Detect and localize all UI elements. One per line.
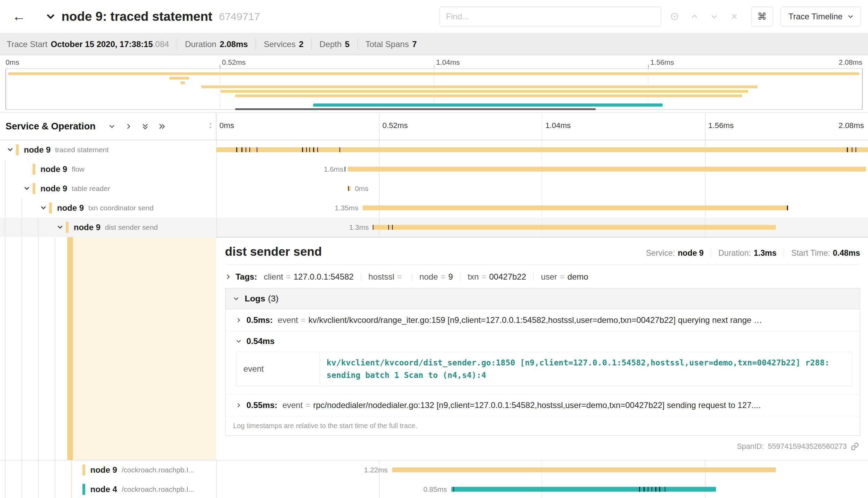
- tag-item: node=9: [419, 272, 453, 282]
- span-row[interactable]: node 9dist sender send1.3ms: [0, 218, 868, 237]
- indent-guide: [5, 218, 6, 237]
- tag-item: hostssl=: [369, 272, 405, 282]
- span-bar[interactable]: [363, 206, 788, 210]
- timeline-gridline: [379, 113, 380, 140]
- minimap-canvas[interactable]: [6, 69, 862, 109]
- span-row-label: node 9flow: [0, 160, 216, 179]
- span-row[interactable]: node 9table reader0ms: [0, 179, 868, 198]
- minimap-span-bar: [180, 81, 185, 84]
- link-icon: [851, 442, 859, 451]
- span-row[interactable]: node 9traced statement: [0, 140, 868, 160]
- span-toggle-icon[interactable]: [39, 204, 48, 211]
- span-toggle-icon[interactable]: [22, 185, 32, 192]
- back-button[interactable]: ←: [7, 4, 31, 28]
- span-duration-label: 0.85ms: [423, 485, 447, 494]
- tags-section[interactable]: Tags: client=127.0.0.1:54582hostssl=node…: [225, 272, 860, 282]
- tag-key: hostssl: [369, 272, 395, 282]
- span-service-name: node 9: [24, 145, 51, 155]
- span-operation-name: flow: [72, 165, 85, 173]
- span-duration-label: 1.22ms: [364, 466, 388, 474]
- detail-row: dist sender send Service:node 9 Duration…: [0, 237, 868, 460]
- span-toggle-icon[interactable]: [55, 224, 65, 231]
- close-icon: [730, 12, 738, 20]
- log-entry[interactable]: 0.5ms: event=kv/kvclient/kvcoord/range_i…: [225, 309, 860, 332]
- log-entry-toggle[interactable]: 0.54ms: [236, 336, 852, 346]
- timeline-gridline: [379, 179, 380, 198]
- logs-header[interactable]: Logs (3): [225, 288, 860, 309]
- span-color-strip: [49, 202, 52, 214]
- next-result-button[interactable]: [705, 7, 725, 27]
- timeline-gridline: [705, 113, 706, 140]
- timeline-minimap: 0ms 0.52ms 1.04ms 1.56ms 2.08ms: [0, 55, 868, 112]
- span-row-label: node 9table reader: [0, 179, 216, 198]
- log-entry[interactable]: 0.55ms: event=rpc/nodedialer/nodedialer.…: [225, 394, 860, 416]
- trace-id: 6749717: [219, 10, 260, 22]
- indent-guide: [38, 218, 39, 237]
- span-event-tick: [246, 147, 246, 152]
- find-input[interactable]: [440, 7, 661, 27]
- span-event-tick: [313, 147, 314, 152]
- tag-key: client: [264, 272, 283, 282]
- indent-guide: [71, 460, 72, 480]
- span-row[interactable]: node 9/cockroach.roachpb.I...1.22ms: [0, 460, 868, 480]
- span-row-label: node 4/cockroach.roachpb.I...: [0, 480, 216, 498]
- span-event-tick: [787, 206, 788, 210]
- indent-guide: [71, 480, 72, 498]
- back-arrow-icon: ←: [12, 9, 25, 24]
- indent-guide: [21, 480, 22, 498]
- keyboard-shortcuts-button[interactable]: ⌘: [751, 7, 773, 27]
- span-bar[interactable]: [373, 225, 776, 230]
- clear-search-button[interactable]: [724, 7, 744, 27]
- span-event-tick: [453, 487, 454, 491]
- selected-span-highlight: [73, 237, 216, 460]
- column-resize-grip[interactable]: [210, 123, 211, 125]
- tag-key: node: [419, 272, 438, 282]
- span-event-tick: [339, 147, 340, 152]
- span-bar[interactable]: [451, 487, 716, 491]
- tag-key: txn: [468, 272, 479, 282]
- indent-guide: [21, 198, 22, 218]
- expand-one-button[interactable]: [121, 119, 136, 134]
- detail-title: dist sender send: [225, 245, 322, 259]
- span-service-name: node 9: [57, 203, 84, 213]
- span-row[interactable]: node 9txn coordinator send1.35ms: [0, 198, 868, 218]
- tag-separator: [533, 273, 534, 281]
- ruler-tick: [220, 65, 220, 68]
- detail-header: dist sender send Service:node 9 Duration…: [225, 245, 860, 265]
- span-event-tick: [257, 147, 257, 152]
- expand-all-button[interactable]: [154, 119, 169, 134]
- timeline-gridline: [216, 218, 217, 237]
- tag-equals: =: [286, 272, 291, 282]
- timeline-column-header: Service & Operation: [0, 112, 868, 140]
- span-service-name: node 9: [90, 465, 117, 475]
- indent-guide: [38, 237, 39, 460]
- span-bar[interactable]: [392, 467, 776, 472]
- chevron-down-icon: [236, 338, 241, 344]
- ruler-tick: [648, 65, 649, 68]
- span-bar[interactable]: [348, 167, 866, 172]
- span-event-tick: [249, 147, 250, 152]
- collapse-one-button[interactable]: [104, 119, 119, 134]
- minimap-ruler: 0ms 0.52ms 1.04ms 1.56ms 2.08ms: [6, 58, 862, 66]
- span-event-tick: [644, 487, 644, 491]
- chevron-right-icon: [225, 274, 231, 280]
- span-event-tick: [652, 487, 652, 491]
- service-operation-header: Service & Operation: [0, 113, 216, 140]
- timeline-gridline: [542, 179, 543, 198]
- span-row[interactable]: node 9flow1.6ms: [0, 160, 868, 179]
- collapse-all-button[interactable]: [138, 119, 152, 134]
- span-row-label: node 9traced statement: [0, 140, 216, 160]
- span-row[interactable]: node 4/cockroach.roachpb.I...0.85ms: [0, 480, 868, 498]
- span-event-tick: [373, 225, 373, 230]
- span-color-strip: [66, 222, 69, 233]
- span-event-tick: [241, 147, 242, 152]
- minimap-span-bar: [8, 72, 859, 75]
- span-event-tick: [348, 186, 349, 191]
- span-toggle-icon[interactable]: [6, 146, 15, 153]
- chevron-down-icon: [710, 12, 718, 21]
- prev-result-button[interactable]: [684, 7, 705, 27]
- focus-match-button[interactable]: [664, 7, 684, 27]
- trace-collapse-icon[interactable]: [45, 11, 56, 21]
- view-selector-button[interactable]: Trace Timeline: [781, 7, 861, 27]
- deep-link-button[interactable]: [851, 442, 859, 451]
